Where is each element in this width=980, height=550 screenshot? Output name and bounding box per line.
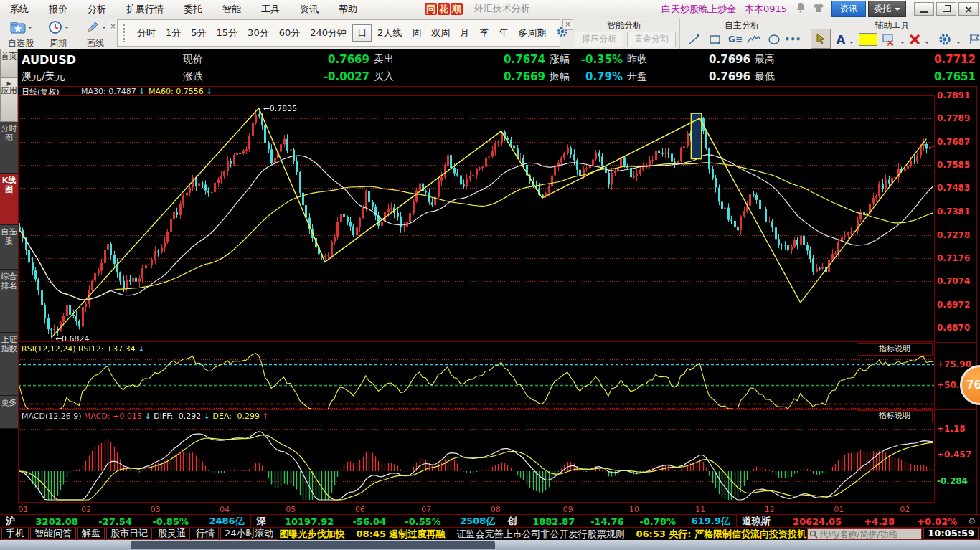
chevron-down-icon[interactable] [900, 42, 905, 46]
menu-item-2[interactable]: 分析 [77, 3, 116, 16]
close-button[interactable]: × [958, 2, 979, 16]
tab-smart-analysis[interactable]: 智能分析 [569, 19, 679, 32]
wave-tool-icon[interactable] [746, 32, 762, 47]
period-item-7[interactable]: 日 [352, 24, 372, 42]
menu-item-3[interactable]: 扩展行情 [116, 3, 174, 16]
tab-self-analysis[interactable]: 自主分析 [680, 19, 804, 32]
restore-button[interactable] [936, 2, 956, 16]
period-item-0[interactable]: 分时 [133, 25, 160, 41]
candlestick-chart[interactable] [18, 95, 935, 514]
ellipse-tool-icon[interactable] [766, 32, 782, 47]
index-value: -27.54 [98, 516, 132, 527]
rsi-value: RSI(12,12,24) RSI12: +37.34 [22, 344, 136, 354]
news-ticker-segment[interactable]: 图曝光步伐加快 [280, 528, 345, 540]
stock-code-search-input[interactable] [818, 528, 920, 540]
index-group-2[interactable]: 创1882.87-14.76-0.78%619.9亿 [501, 515, 736, 528]
chevron-down-icon[interactable] [849, 42, 854, 46]
delete-drawing-icon[interactable] [907, 32, 923, 47]
menu-item-1[interactable]: 报价 [39, 3, 77, 16]
settings-gear-icon[interactable] [937, 32, 953, 47]
sidebar-item-label: 自选股 [1, 227, 17, 246]
support-pressure-button[interactable]: 撑压分析 [575, 32, 623, 47]
pencil-icon [85, 20, 100, 34]
taskbar-button-1[interactable]: 智能问答 [30, 528, 76, 540]
golden-section-tool-icon[interactable]: G≡ [727, 32, 743, 47]
notification-bell-icon[interactable] [796, 2, 806, 16]
promo-link[interactable]: 白天炒股晚上炒金 [661, 3, 736, 16]
period-item-13[interactable]: 年 [494, 25, 512, 41]
period-item-6[interactable]: 240分钟 [306, 25, 351, 41]
news-ticker-segment[interactable]: 证监会完善上市公司非公开发行股票规则 [456, 528, 624, 540]
period-item-10[interactable]: 双周 [427, 25, 454, 41]
index-group-1[interactable]: 深10197.92-56.04-0.55%2508亿 [251, 515, 502, 528]
period-button[interactable]: 周期 [40, 19, 76, 49]
news-button[interactable]: 资讯 [831, 1, 866, 17]
logo-char: 同 [425, 3, 437, 15]
text-label-tool-icon[interactable]: A [833, 32, 849, 47]
taskbar-button-5[interactable]: 行情 [192, 528, 219, 540]
period-item-2[interactable]: 5分 [187, 25, 210, 41]
taskbar-button-3[interactable]: 股市日记 [106, 528, 152, 540]
screenshot-tool-icon[interactable] [881, 32, 897, 47]
menu-item-0[interactable]: 系统 [0, 3, 39, 16]
sidebar-item-5[interactable]: 综合排名 [0, 270, 18, 333]
taskbar-button-2[interactable]: 解盘 [77, 528, 105, 540]
search-box [807, 528, 922, 540]
indicator-help-button[interactable]: 指标说明 [857, 410, 933, 422]
menu-item-7[interactable]: 资讯 [290, 3, 329, 16]
period-item-1[interactable]: 1分 [161, 25, 185, 41]
period-item-5[interactable]: 60分 [275, 25, 305, 41]
sidebar-item-2[interactable]: 分时图 [0, 122, 18, 174]
menu-item-8[interactable]: 帮助 [329, 3, 367, 16]
taskbar-button-6[interactable]: 24小时滚动 [220, 528, 278, 540]
menu-item-6[interactable]: 工具 [251, 3, 290, 16]
macd-axis-label: +0.457 [937, 450, 971, 460]
more-tools-icon[interactable]: ••• [785, 32, 801, 47]
period-item-14[interactable]: 多周期 [514, 25, 550, 41]
index-value: 10197.92 [285, 516, 334, 527]
watchlist-button[interactable]: 自选股 [3, 19, 39, 49]
skin-shirt-icon[interactable] [813, 2, 824, 16]
taskbar-button-4[interactable]: 股灵通 [154, 528, 190, 540]
sidebar-item-0[interactable]: 首页 [0, 49, 18, 77]
period-item-9[interactable]: 周 [407, 25, 425, 41]
period-item-3[interactable]: 15分 [212, 25, 242, 41]
watchlist-button-label: 自选股 [8, 38, 34, 48]
period-item-8[interactable]: 2天线 [373, 25, 406, 41]
period-item-4[interactable]: 30分 [243, 25, 273, 41]
price-axis-label: 0.7687 [937, 137, 970, 147]
news-ticker[interactable]: 图曝光步伐加快08:45 遏制过度再融证监会完善上市公司非公开发行股票规则06:… [280, 528, 808, 540]
menu-item-5[interactable]: 智能 [212, 3, 251, 16]
color-swatch[interactable] [859, 33, 877, 46]
period-item-11[interactable]: 月 [456, 25, 473, 41]
sidebar-item-3[interactable]: K线图 [0, 174, 18, 225]
indicator-help-button[interactable]: 指标说明 [857, 343, 933, 356]
chevron-down-icon[interactable] [956, 42, 961, 46]
drag-handle[interactable] [123, 24, 125, 42]
tools-icon[interactable]: ⚙ [963, 516, 980, 526]
sidebar-item-7[interactable]: 更多 [0, 396, 18, 429]
sidebar-item-4[interactable]: 自选股 [0, 225, 18, 270]
index-value: +4.28 [864, 516, 895, 527]
sidebar-item-1[interactable]: ▶应用 [0, 77, 18, 122]
period-item-12[interactable]: 季 [475, 25, 493, 41]
taskbar-button-0[interactable]: 手机 [1, 528, 29, 540]
flag-tool-icon[interactable] [967, 32, 980, 47]
news-ticker-segment[interactable]: 06:53 央行: 严格限制信贷流向投资投机 [636, 528, 806, 540]
trade-button[interactable]: 委托 [868, 1, 906, 17]
trendline-tool-icon[interactable] [687, 32, 702, 47]
chevron-down-icon[interactable] [925, 42, 929, 46]
field-label: 现价 [183, 53, 203, 66]
cursor-tool-icon[interactable] [811, 29, 831, 49]
index-group-3[interactable]: 道琼斯20624.05+4.28+0.02% [737, 515, 963, 528]
index-group-0[interactable]: 沪3202.08-27.54-0.85%2486亿 [0, 515, 251, 528]
rectangle-tool-icon[interactable] [707, 32, 723, 47]
username[interactable]: 本本0915 [745, 3, 787, 16]
menu-item-4[interactable]: 委托 [174, 3, 212, 16]
news-ticker-segment[interactable]: 08:45 遏制过度再融 [357, 528, 446, 540]
sidebar-item-label: 首页 [1, 52, 17, 61]
golden-section-button[interactable]: 黄金分割 [627, 32, 676, 47]
os-taskbar-window[interactable] [131, 541, 495, 549]
minimize-button[interactable] [914, 2, 934, 16]
sidebar-item-6[interactable]: 上证指数 [0, 333, 18, 396]
